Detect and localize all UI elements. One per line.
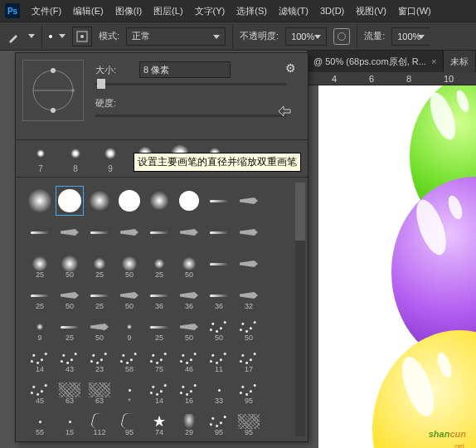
brush-preset[interactable]	[115, 217, 143, 247]
menu-image[interactable]: 图像(I)	[115, 5, 142, 17]
brush-preset[interactable]: 50	[175, 249, 203, 279]
scrollbar-thumb[interactable]	[295, 183, 305, 241]
brush-preset[interactable]	[175, 186, 203, 216]
brush-preset[interactable]	[56, 186, 84, 216]
document-tab-bar: @ 50% (68ps.com原创, R... × 未标	[307, 51, 476, 72]
brush-preset[interactable]: 46	[175, 343, 203, 373]
brush-preset[interactable]: 55	[26, 407, 54, 436]
brush-preset[interactable]: 112	[85, 407, 114, 436]
scrollbar[interactable]	[295, 183, 305, 436]
size-input[interactable]: 8 像素	[139, 61, 231, 78]
blend-mode-select[interactable]: 正常	[126, 27, 226, 46]
brush-preset[interactable]: 9	[115, 312, 143, 342]
close-icon[interactable]: ×	[431, 56, 436, 66]
brush-preset[interactable]: 14	[145, 375, 173, 405]
menu-layer[interactable]: 图层(L)	[153, 5, 182, 17]
brush-preset[interactable]: 50	[56, 249, 84, 279]
brush-recent-item[interactable]: 8	[64, 145, 87, 173]
brush-preset[interactable]: 25	[56, 312, 84, 342]
brush-preset[interactable]: 23	[85, 343, 114, 373]
brush-preset[interactable]	[205, 217, 233, 247]
menu-select[interactable]: 选择(S)	[236, 5, 267, 17]
brush-preset[interactable]: 95	[235, 375, 263, 405]
flow-input[interactable]: 100%	[391, 27, 430, 46]
flip-icon[interactable]	[276, 103, 293, 119]
brush-preset[interactable]	[85, 186, 114, 216]
menu-edit[interactable]: 编辑(E)	[73, 5, 104, 17]
brush-preset[interactable]: 29	[175, 407, 203, 436]
brush-preset[interactable]: 58	[115, 343, 143, 373]
brush-preset[interactable]: 33	[205, 375, 233, 405]
brush-preset[interactable]	[205, 249, 233, 279]
brush-preset[interactable]: 36	[145, 280, 173, 310]
brush-preset[interactable]: 9	[26, 312, 54, 342]
brush-preset[interactable]: 95	[235, 407, 263, 436]
brush-preset[interactable]: 16	[175, 375, 203, 405]
brush-preset[interactable]: 11	[205, 343, 233, 373]
brush-preset[interactable]	[175, 217, 203, 247]
brush-preset[interactable]: 50	[85, 312, 114, 342]
brush-preset[interactable]: 25	[85, 280, 114, 310]
brush-preset[interactable]	[235, 186, 263, 216]
brush-preset[interactable]	[26, 186, 54, 216]
brush-preset[interactable]: 75	[145, 343, 173, 373]
menu-filter[interactable]: 滤镜(T)	[279, 5, 308, 17]
menu-file[interactable]: 文件(F)	[32, 5, 61, 17]
brush-picker-chevron-icon[interactable]	[59, 34, 66, 38]
brush-preset[interactable]	[235, 249, 263, 279]
document-tab-2[interactable]: 未标	[444, 51, 476, 72]
options-bar: 模式: 正常 不透明度: 100% 流量: 100%	[0, 22, 476, 51]
brush-recent-item[interactable]: 7	[29, 145, 52, 173]
brush-preset[interactable]: 95	[205, 407, 233, 436]
menu-3d[interactable]: 3D(D)	[320, 6, 344, 16]
brush-preset[interactable]: 32	[235, 280, 263, 310]
brush-preset[interactable]: 50	[56, 280, 84, 310]
brush-angle-preview[interactable]	[22, 60, 84, 121]
brush-recent-item[interactable]: 9	[99, 145, 122, 173]
opacity-input[interactable]: 100%	[285, 27, 327, 46]
menu-type[interactable]: 文字(Y)	[195, 5, 226, 17]
brush-preset[interactable]: 15	[56, 407, 84, 436]
brush-preset[interactable]: 50	[235, 312, 263, 342]
brush-preset[interactable]: 50	[115, 249, 143, 279]
brush-preset[interactable]	[145, 186, 173, 216]
brush-preset[interactable]	[145, 217, 173, 247]
hardness-slider[interactable]	[95, 114, 286, 117]
brush-preset[interactable]	[56, 217, 84, 247]
brush-preset[interactable]	[115, 186, 143, 216]
brush-preset[interactable]	[205, 186, 233, 216]
brush-preset[interactable]	[85, 217, 114, 247]
brush-preset[interactable]: *	[115, 375, 143, 405]
brush-panel-button[interactable]	[72, 27, 92, 46]
brush-preset[interactable]: 14	[26, 343, 54, 373]
brush-preset[interactable]: 50	[115, 280, 143, 310]
menu-view[interactable]: 视图(V)	[356, 5, 386, 17]
brush-tool-icon[interactable]	[7, 29, 22, 44]
brush-preset[interactable]: 25	[85, 249, 114, 279]
brush-preset[interactable]: 50	[175, 312, 203, 342]
canvas[interactable]: shancun ·net	[318, 85, 476, 448]
brush-preset[interactable]: 43	[56, 343, 84, 373]
brush-preset[interactable]: 25	[145, 249, 173, 279]
brush-preset[interactable]: 95	[115, 407, 143, 436]
ruler-horizontal[interactable]: 4 6 8 10	[307, 72, 476, 85]
pressure-opacity-icon[interactable]	[333, 28, 350, 45]
brush-preset[interactable]: 36	[175, 280, 203, 310]
brush-preset[interactable]: 25	[26, 249, 54, 279]
brush-preset[interactable]: 50	[205, 312, 233, 342]
brush-preset[interactable]: ★74	[145, 407, 173, 436]
brush-preset[interactable]	[26, 217, 54, 247]
gear-icon[interactable]: ⚙	[285, 61, 296, 75]
brush-preset[interactable]: 25	[145, 312, 173, 342]
document-tab[interactable]: @ 50% (68ps.com原创, R... ×	[307, 51, 444, 72]
brush-preset[interactable]: 17	[235, 343, 263, 373]
brush-preset[interactable]: 63	[56, 375, 84, 405]
tool-preset-chevron-icon[interactable]	[28, 34, 35, 38]
brush-preset[interactable]: 45	[26, 375, 54, 405]
brush-preset[interactable]: 36	[205, 280, 233, 310]
menu-window[interactable]: 窗口(W)	[398, 5, 431, 17]
brush-preset[interactable]: 25	[26, 280, 54, 310]
brush-preset[interactable]: 63	[85, 375, 114, 405]
size-slider[interactable]	[95, 83, 286, 85]
brush-preset[interactable]	[235, 217, 263, 247]
